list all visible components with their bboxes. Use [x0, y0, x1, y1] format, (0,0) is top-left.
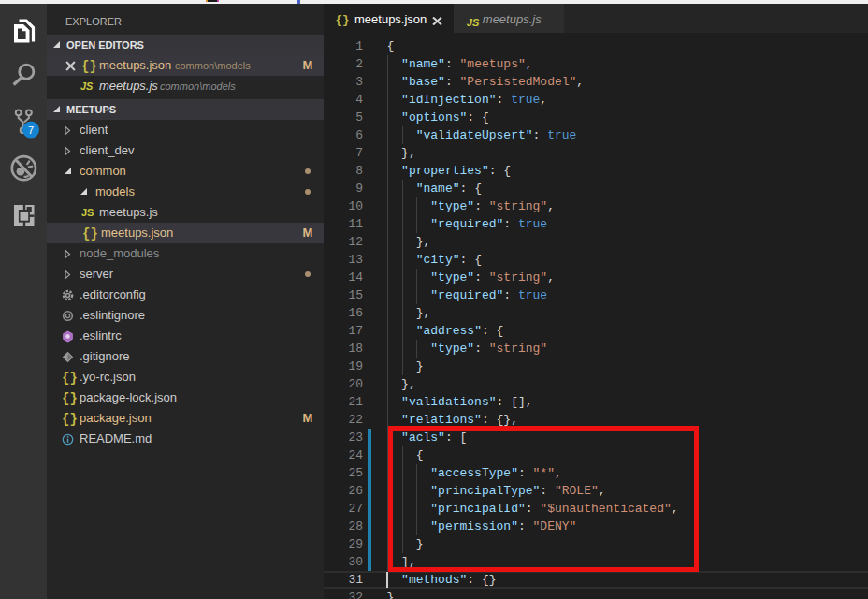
svg-text:7: 7 — [28, 124, 34, 136]
